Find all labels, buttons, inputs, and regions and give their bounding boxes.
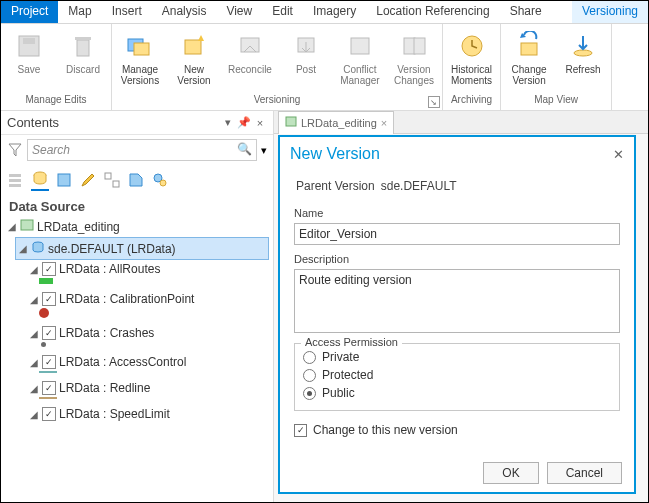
menu-tab-map[interactable]: Map (58, 1, 101, 23)
conflict-manager-button[interactable]: Conflict Manager (334, 26, 386, 92)
checkbox-icon: ✓ (294, 424, 307, 437)
toc-perspective-icon[interactable] (151, 171, 169, 189)
expand-icon[interactable]: ◢ (7, 221, 17, 232)
layer-speedlimit[interactable]: ◢✓LRData : SpeedLimit (27, 405, 269, 423)
layer-checkbox[interactable]: ✓ (42, 292, 56, 306)
menu-tab-location-referencing[interactable]: Location Referencing (366, 1, 499, 23)
access-permission-legend: Access Permission (301, 336, 402, 348)
save-icon (13, 30, 45, 62)
svg-rect-22 (105, 173, 111, 179)
search-dropdown-icon[interactable]: ▾ (261, 144, 267, 157)
name-input[interactable]: Editor_Version (294, 223, 620, 245)
contents-menu-icon[interactable]: ▾ (221, 116, 235, 130)
menu-tab-imagery[interactable]: Imagery (303, 1, 366, 23)
description-input[interactable]: Route editing version (294, 269, 620, 333)
ok-button[interactable]: OK (483, 462, 538, 484)
change-to-version-label: Change to this new version (313, 423, 458, 437)
layer-label: LRData : Crashes (59, 326, 154, 340)
menu-tab-view[interactable]: View (216, 1, 262, 23)
radio-public[interactable]: Public (303, 384, 611, 402)
layer-checkbox[interactable]: ✓ (42, 355, 56, 369)
cancel-button[interactable]: Cancel (547, 462, 622, 484)
search-input[interactable]: Search 🔍 (27, 139, 257, 161)
menu-tab-project[interactable]: Project (1, 1, 58, 23)
layer-redline[interactable]: ◢✓LRData : Redline (27, 379, 269, 397)
new-version-button[interactable]: New Version (168, 26, 220, 92)
expand-icon[interactable]: ◢ (18, 243, 28, 254)
layer-crashes[interactable]: ◢✓LRData : Crashes (27, 324, 269, 342)
toc-label-icon[interactable] (127, 171, 145, 189)
layer-checkbox[interactable]: ✓ (42, 407, 56, 421)
radio-label: Protected (322, 368, 373, 382)
default-version-label: sde.DEFAULT (LRData) (48, 242, 176, 256)
toc-edit-icon[interactable] (79, 171, 97, 189)
menu-tab-share[interactable]: Share (500, 1, 552, 23)
svg-rect-21 (58, 174, 70, 186)
version-changes-button[interactable]: Version Changes (388, 26, 440, 92)
tree-root[interactable]: ◢ LRData_editing (5, 216, 269, 237)
menu-tabs: Project Map Insert Analysis View Edit Im… (1, 1, 648, 24)
dialog-close-button[interactable]: ✕ (613, 147, 624, 162)
expand-icon[interactable]: ◢ (29, 383, 39, 394)
layer-checkbox[interactable]: ✓ (42, 326, 56, 340)
expand-icon[interactable]: ◢ (29, 264, 39, 275)
expand-icon[interactable]: ◢ (29, 409, 39, 420)
toc-datasource-icon[interactable] (31, 169, 49, 191)
change-version-icon (513, 30, 545, 62)
root-label: LRData_editing (37, 220, 120, 234)
symbol-point-red (39, 308, 49, 318)
contents-close-icon[interactable]: × (253, 116, 267, 130)
expand-icon[interactable]: ◢ (29, 328, 39, 339)
data-source-header: Data Source (1, 195, 273, 216)
discard-button[interactable]: Discard (57, 26, 109, 92)
menu-tab-analysis[interactable]: Analysis (152, 1, 217, 23)
ribbon-group-label-archiving: Archiving (445, 92, 498, 110)
post-button[interactable]: Post (280, 26, 332, 92)
layer-checkbox[interactable]: ✓ (42, 262, 56, 276)
reconcile-button[interactable]: Reconcile (222, 26, 278, 92)
filter-icon[interactable] (7, 142, 23, 158)
map-icon (20, 218, 34, 235)
menu-tab-insert[interactable]: Insert (102, 1, 152, 23)
ribbon-group-label-map-view: Map View (503, 92, 609, 110)
contents-title: Contents (7, 115, 219, 130)
refresh-button[interactable]: Refresh (557, 26, 609, 92)
map-view-area: LRData_editing × New Version ✕ Parent Ve… (274, 111, 648, 502)
svg-rect-1 (23, 38, 35, 44)
svg-marker-7 (198, 35, 204, 41)
svg-rect-11 (404, 38, 415, 54)
expand-icon[interactable]: ◢ (29, 294, 39, 305)
radio-icon (303, 387, 316, 400)
radio-protected[interactable]: Protected (303, 366, 611, 384)
toc-selection-icon[interactable] (55, 171, 73, 189)
layer-calibrationpoint[interactable]: ◢✓LRData : CalibrationPoint (27, 290, 269, 308)
svg-point-25 (160, 180, 166, 186)
svg-rect-17 (9, 174, 21, 177)
svg-point-16 (574, 50, 592, 56)
change-version-button[interactable]: Change Version (503, 26, 555, 92)
document-tab-lrdata[interactable]: LRData_editing × (278, 111, 394, 134)
manage-versions-button[interactable]: Manage Versions (114, 26, 166, 92)
toc-snapping-icon[interactable] (103, 171, 121, 189)
expand-icon[interactable]: ◢ (29, 357, 39, 368)
reconcile-icon (234, 30, 266, 62)
save-button[interactable]: Save (3, 26, 55, 92)
tree-default-version[interactable]: ◢ sde.DEFAULT (LRData) (15, 237, 269, 260)
layer-label: LRData : AccessControl (59, 355, 186, 369)
svg-rect-18 (9, 179, 21, 182)
close-icon[interactable]: × (381, 117, 387, 129)
historical-moments-button[interactable]: Historical Moments (445, 26, 498, 92)
change-to-version-checkbox[interactable]: ✓ Change to this new version (294, 421, 620, 439)
contents-header: Contents ▾ 📌 × (1, 111, 273, 135)
radio-private[interactable]: Private (303, 348, 611, 366)
menu-tab-versioning[interactable]: Versioning (572, 1, 648, 23)
versioning-dialog-launcher[interactable]: ↘ (428, 96, 440, 108)
layer-checkbox[interactable]: ✓ (42, 381, 56, 395)
menu-tab-edit[interactable]: Edit (262, 1, 303, 23)
symbol-point-small (41, 342, 46, 347)
layer-accesscontrol[interactable]: ◢✓LRData : AccessControl (27, 353, 269, 371)
toc-draworder-icon[interactable] (7, 171, 25, 189)
new-version-icon (178, 30, 210, 62)
layer-allroutes[interactable]: ◢✓LRData : AllRoutes (27, 260, 269, 278)
contents-pin-icon[interactable]: 📌 (237, 116, 251, 130)
